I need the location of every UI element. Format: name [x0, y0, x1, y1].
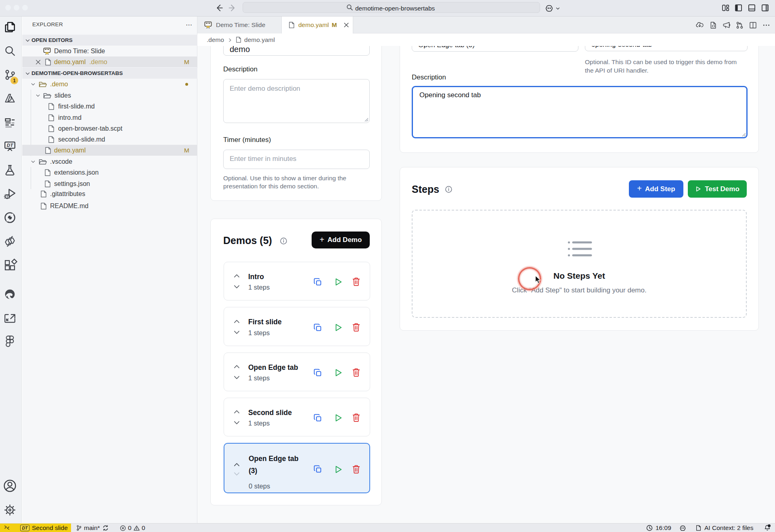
svg-text:DT: DT	[7, 142, 13, 148]
